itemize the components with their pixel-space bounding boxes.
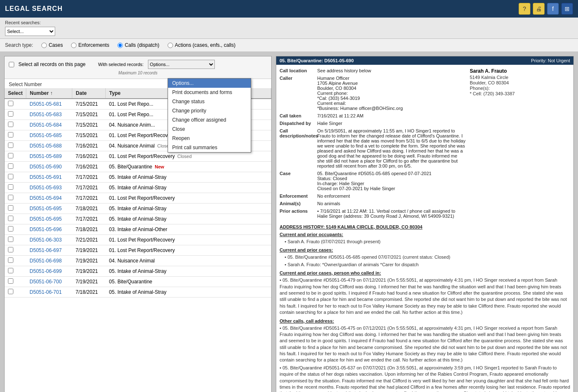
help-icon[interactable]: ? [519,3,530,15]
record-link-3[interactable]: D5051-05-685 [30,132,62,138]
dropdown-item-change-officer[interactable]: Change officer assigned [168,115,251,125]
table-row: D5051-05-6917/17/202105. Intake of Anima… [5,172,271,183]
detail-header: 05. Bite/Quarantine: D5051-05-690 Priori… [276,56,573,65]
dropdown-item-reopen[interactable]: Reopen [168,134,251,143]
record-link-16[interactable]: D5051-06-699 [30,268,62,274]
radio-actions[interactable] [168,43,173,48]
record-link-12[interactable]: D5051-05-696 [30,227,62,232]
record-link-10[interactable]: D5051-05-695 [30,206,62,211]
record-link-18[interactable]: D5051-06-701 [30,289,62,295]
row-checkbox-2[interactable] [8,122,13,127]
row-checkbox-15[interactable] [8,257,13,263]
status-badge-6: New [152,164,167,170]
row-date-10: 7/18/2021 [72,204,106,214]
with-selected-label: With selected records: [98,62,144,67]
radio-cases[interactable] [41,43,47,48]
row-checkbox-16[interactable] [8,268,13,273]
col-number[interactable]: Number ↑ [26,88,72,99]
animals-label: Animal(s) [280,201,317,206]
facebook-icon[interactable]: f [547,3,559,15]
status-badge-5: Closed [175,153,194,159]
record-link-2[interactable]: D5051-05-684 [30,122,62,128]
record-link-1[interactable]: D5051-05-683 [30,112,62,117]
record-link-11[interactable]: D5051-05-695 [30,216,62,222]
row-checkbox-17[interactable] [8,278,13,284]
officer-address: 5149 Kalmia Circle [470,75,570,80]
record-link-14[interactable]: D5051-06-697 [30,247,62,253]
row-checkbox-8[interactable] [8,184,13,190]
record-link-7[interactable]: D5051-05-691 [30,174,62,180]
with-selected-dropdown[interactable]: Options... [148,60,215,69]
recent-searches-select[interactable]: Select... [5,27,55,36]
case-item-0: 05. Bite/Quarantine #D5051-05-685 opened… [285,254,570,260]
prior-actions-label: Prior actions [280,209,317,219]
record-link-17[interactable]: D5051-06-700 [30,279,62,285]
row-checkbox-5[interactable] [8,153,13,158]
table-row: D5051-06-7017/18/202105. Intake of Anima… [5,287,271,298]
dropdown-item-print-summaries[interactable]: Print call summaries [168,143,251,152]
dropdown-item-change-status[interactable]: Change status [168,97,251,106]
animals-row: Animal(s) No animals [280,201,466,206]
call-taken-row: Call taken 7/16/2021 at 11:22 AM [280,113,466,118]
row-checkbox-9[interactable] [8,195,13,200]
search-type-enforcements[interactable]: Enforcements [71,42,109,48]
row-checkbox-7[interactable] [8,174,13,179]
row-checkbox-18[interactable] [8,289,13,294]
main-content: Select all records on this page With sel… [0,52,578,392]
dropdown-item-options[interactable]: Options... [168,79,251,88]
caller-value: Humane Officer 1705 Alpine Avenue Boulde… [317,76,466,111]
row-checkbox-4[interactable] [8,143,13,148]
table-row: D5051-05-6947/17/202101. Lost Pet Report… [5,193,271,204]
dropdown-item-print[interactable]: Print documents and forms [168,88,251,97]
record-link-15[interactable]: D5051-06-698 [30,258,62,264]
search-type-actions[interactable]: Actions (cases, enfs., calls) [168,42,235,48]
row-date-0: 7/15/2021 [72,99,106,109]
record-link-5[interactable]: D5051-05-689 [30,153,62,159]
row-checkbox-1[interactable] [8,111,13,117]
radio-calls[interactable] [117,43,123,48]
search-type-calls[interactable]: Calls (dispatch) [117,42,159,48]
row-checkbox-14[interactable] [8,247,13,252]
case-label: Case [280,171,317,191]
dropdown-item-change-priority[interactable]: Change priority [168,106,251,115]
row-date-7: 7/17/2021 [72,172,106,183]
record-link-4[interactable]: D5051-05-688 [30,143,62,149]
row-date-15: 7/19/2021 [72,256,106,266]
grid-icon[interactable]: ⊞ [561,3,573,15]
enforcement-row: Enforcement No enforcement [280,193,466,199]
case-row: Case 05. Bite/Quarantine #D5051-05-685 o… [280,171,466,191]
row-date-13: 7/21/2021 [72,235,106,245]
app-title: LEGAL SEARCH [5,5,63,13]
table-row: D5051-05-6957/18/202105. Intake of Anima… [5,204,271,214]
row-checkbox-11[interactable] [8,216,13,221]
col-date[interactable]: Date [72,88,106,99]
print-icon[interactable]: 🖨 [533,3,545,15]
row-checkbox-13[interactable] [8,237,13,242]
max-records-label: Maximum 10 records [9,71,267,75]
table-row: D5051-05-6897/16/202101. Lost Pet Report… [5,151,271,162]
row-checkbox-3[interactable] [8,132,13,137]
select-all-row: Select all records on this page With sel… [9,60,267,69]
row-checkbox-6[interactable] [8,163,13,169]
dropdown-item-close[interactable]: Close [168,125,251,134]
current-callers-title: Current and prior cases, person who call… [280,270,570,275]
record-link-0[interactable]: D5051-05-681 [30,101,62,107]
row-checkbox-12[interactable] [8,226,13,232]
select-all-label: Select all records on this page [18,61,86,67]
record-link-6[interactable]: D5051-05-690 [30,164,62,170]
row-checkbox-10[interactable] [8,205,13,211]
call-location-value: See address history below [317,68,466,73]
dispatched-label: Dispatched by [280,121,317,126]
radio-enforcements[interactable] [71,43,76,48]
search-type-cases[interactable]: Cases [41,42,63,48]
call-taken-label: Call taken [280,113,317,118]
row-date-4: 7/16/2021 [72,141,106,151]
col-select[interactable]: Select [5,88,26,99]
record-link-8[interactable]: D5051-05-693 [30,185,62,191]
row-checkbox-0[interactable] [8,101,13,106]
dropdown-menu: Options... Print documents and forms Cha… [168,78,251,153]
record-link-9[interactable]: D5051-05-694 [30,195,62,201]
select-all-checkbox[interactable] [9,62,14,67]
current-cases-title: Current and prior cases: [280,247,570,252]
record-link-13[interactable]: D5051-06-303 [30,237,62,243]
